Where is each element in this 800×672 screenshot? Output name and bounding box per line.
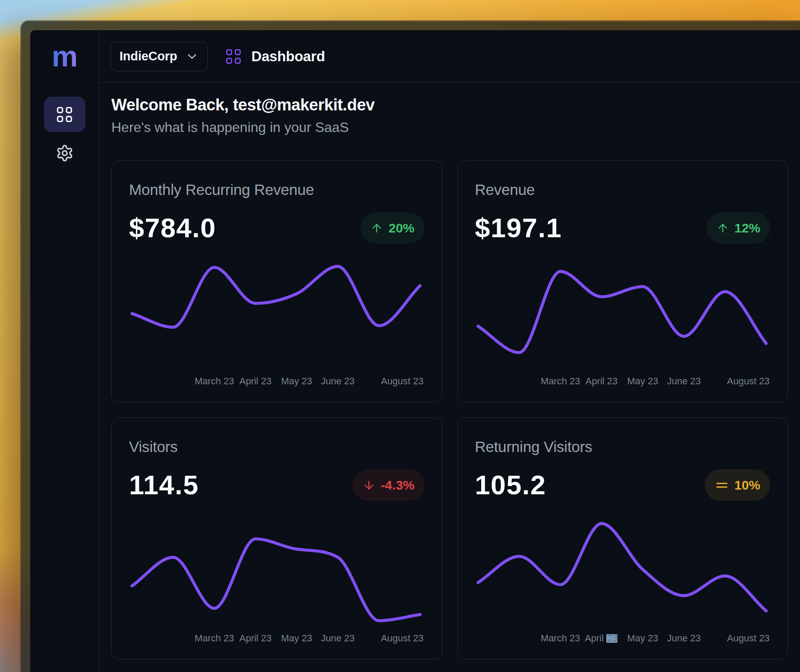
chart-line-series xyxy=(478,524,766,611)
metric-row: $197.1 12% xyxy=(475,212,771,244)
x-axis-tick-label: August 23 xyxy=(381,376,424,386)
line-chart: March 23April 23May 23June 23August 23 xyxy=(112,418,442,659)
x-axis-tick-label: May 23 xyxy=(281,376,312,386)
metric-value: $197.1 xyxy=(475,214,562,242)
content-column: IndieCorp Dashboard xyxy=(99,30,800,672)
trend-badge: 10% xyxy=(705,469,770,501)
layout-grid-icon xyxy=(226,49,241,64)
sidebar-item-dashboard[interactable] xyxy=(44,97,85,132)
tick-selected-year: 23 xyxy=(607,633,617,644)
gear-icon xyxy=(56,144,74,162)
dashboard-main: Welcome Back, test@makerkit.dev Here's w… xyxy=(99,83,800,672)
metric-row: 105.2 10% xyxy=(475,469,771,501)
layout-grid-icon xyxy=(57,107,72,122)
equal-icon xyxy=(715,478,729,493)
breadcrumb-dashboard[interactable]: Dashboard xyxy=(226,48,325,65)
x-axis-tick-label: May 23 xyxy=(281,633,312,644)
x-axis-tick-label: March 23 xyxy=(540,376,580,386)
workspace-name: IndieCorp xyxy=(120,49,177,63)
breadcrumb-label: Dashboard xyxy=(252,48,325,65)
metric-value: 114.5 xyxy=(129,471,199,499)
x-axis-tick-label: June 23 xyxy=(667,376,700,386)
top-header: IndieCorp Dashboard xyxy=(99,30,800,83)
metric-card-returning-visitors: Returning Visitors 105.2 10% March 23Apr… xyxy=(457,418,788,659)
x-axis-tick-label: August 23 xyxy=(727,376,769,386)
workspace-selector-button[interactable]: IndieCorp xyxy=(110,42,208,71)
page-title: Welcome Back, test@makerkit.dev xyxy=(111,95,788,115)
metric-row: $784.0 20% xyxy=(129,212,425,244)
app-window: m xyxy=(21,21,800,672)
trend-value: 12% xyxy=(734,221,760,236)
metric-card-revenue: Revenue $197.1 12% March 23April 23May 2… xyxy=(457,160,788,402)
x-axis-tick-label: May 23 xyxy=(627,633,658,644)
x-axis-tick-label: April xyxy=(585,633,604,644)
chart-line-series xyxy=(132,539,420,621)
metric-card-visitors: Visitors 114.5 -4.3% March 23April 23May… xyxy=(111,418,442,659)
line-chart: March 23April 23May 23June 23August 23 xyxy=(458,161,788,402)
trend-value: 20% xyxy=(388,221,414,236)
arrow-up-icon xyxy=(716,222,729,235)
metric-row: 114.5 -4.3% xyxy=(129,469,425,501)
trend-value: -4.3% xyxy=(381,478,414,493)
x-axis-tick-label: April 23 xyxy=(239,376,271,386)
arrow-down-icon xyxy=(362,479,375,492)
chevron-down-icon xyxy=(185,50,199,63)
brand-logo-letter: m xyxy=(52,41,77,71)
x-axis-tick-label: April 23 xyxy=(585,376,617,386)
trend-badge: -4.3% xyxy=(353,469,424,501)
trend-badge: 20% xyxy=(360,212,424,244)
chart-line-series xyxy=(478,271,766,352)
brand-logo[interactable]: m xyxy=(52,30,77,86)
sidebar-item-settings[interactable] xyxy=(44,135,85,171)
x-axis-tick-label: June 23 xyxy=(321,633,355,644)
metric-cards-grid: Monthly Recurring Revenue $784.0 20% Mar… xyxy=(111,160,788,659)
line-chart: March 23April 23May 23June 23August 23 xyxy=(112,161,442,402)
app-surface: m xyxy=(30,30,800,672)
sidebar: m xyxy=(30,30,99,672)
metric-value: 105.2 xyxy=(475,471,546,499)
x-axis-tick-label: March 23 xyxy=(540,633,580,644)
x-axis-tick-label: June 23 xyxy=(667,633,700,644)
x-axis-tick-label: March 23 xyxy=(195,633,234,644)
x-axis-tick-label: March 23 xyxy=(195,376,234,386)
trend-badge: 12% xyxy=(706,212,770,244)
x-axis-tick-label: August 23 xyxy=(381,633,424,644)
arrow-up-icon xyxy=(370,222,383,235)
page-subtitle: Here's what is happening in your SaaS xyxy=(111,119,788,136)
x-axis-tick-label: June 23 xyxy=(321,376,355,386)
x-axis-tick-label: August 23 xyxy=(727,633,769,644)
trend-value: 10% xyxy=(734,478,760,493)
metric-value: $784.0 xyxy=(129,214,216,242)
x-axis-tick-label: April 23 xyxy=(239,633,271,644)
x-axis-tick-label: May 23 xyxy=(627,376,658,386)
line-chart: March 23April23May 23June 23August 23 xyxy=(458,418,788,659)
metric-card-monthly-recurring-revenue: Monthly Recurring Revenue $784.0 20% Mar… xyxy=(111,160,442,402)
chart-line-series xyxy=(132,267,420,327)
